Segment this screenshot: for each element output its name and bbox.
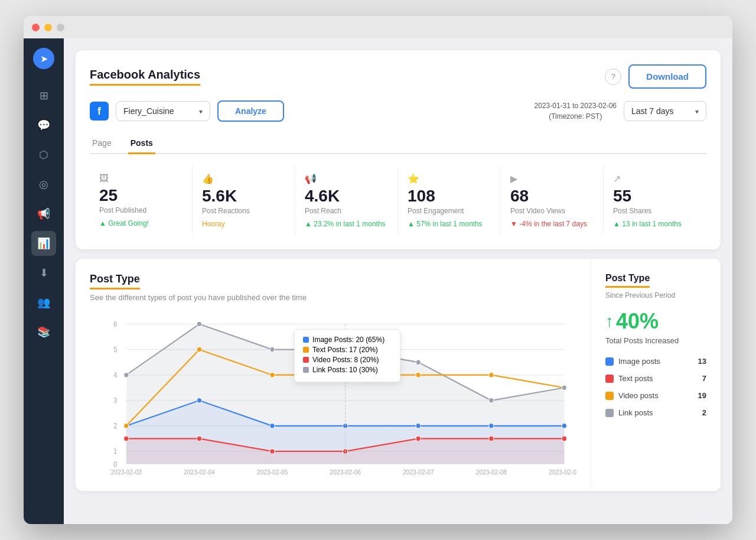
minimize-button[interactable] (44, 24, 52, 31)
network-icon: ⬡ (39, 148, 48, 161)
sidebar-item-library[interactable]: 📚 (31, 320, 56, 344)
sidebar-item-network[interactable]: ⬡ (31, 142, 56, 167)
sidebar-item-megaphone[interactable]: 📢 (31, 201, 56, 226)
tooltip-video-dot (303, 357, 309, 363)
sidebar-logo[interactable]: ➤ (33, 48, 54, 69)
metric-post-reactions: 👍 5.6K Post Reactions Hooray (193, 166, 295, 235)
post-published-label: Post Published (99, 206, 183, 214)
analytics-card: Facebook Analytics ? Download f Fiery_Cu… (76, 50, 721, 249)
metric-post-published: 🖼 25 Post Published ▲ Great Going! (90, 166, 193, 235)
tooltip-video-label: Video Posts: 8 (20%) (312, 356, 379, 364)
fullscreen-button[interactable] (57, 24, 64, 31)
right-panel: Post Type Since Previous Period ↑ 40% To… (591, 259, 721, 491)
tab-page[interactable]: Page (90, 134, 114, 154)
account-name: Fiery_Cuisine (123, 106, 174, 116)
link-posts-count: 2 (702, 408, 706, 417)
svg-point-25 (270, 424, 275, 429)
svg-point-35 (489, 372, 494, 378)
legend-link-posts: Link posts 2 (605, 408, 706, 417)
svg-point-39 (270, 449, 275, 454)
svg-point-43 (562, 436, 566, 441)
svg-point-45 (197, 321, 201, 327)
link-posts-color-dot (605, 409, 614, 417)
logo-icon: ➤ (40, 53, 48, 64)
metric-post-shares: ↗ 55 Post Shares ▲ 13 in last 1 months (604, 166, 706, 235)
target-icon: ◎ (39, 178, 48, 191)
sidebar-item-target[interactable]: ◎ (31, 172, 56, 197)
post-engagement-trend: ▲ 57% in last 1 months (408, 220, 491, 228)
video-posts-count: 19 (698, 391, 706, 400)
tooltip-link-row: Link Posts: 10 (30%) (303, 366, 392, 374)
svg-point-32 (270, 372, 275, 378)
post-published-icon: 🖼 (99, 173, 183, 184)
text-posts-count: 7 (702, 374, 706, 383)
main-content: Facebook Analytics ? Download f Fiery_Cu… (64, 38, 732, 524)
post-video-views-label: Post Video Views (510, 207, 594, 215)
sidebar-item-download[interactable]: ⬇ (31, 261, 56, 285)
chat-icon: 💬 (37, 119, 50, 132)
chart-tooltip: Image Posts: 20 (65%) Text Posts: 17 (20… (294, 329, 400, 382)
post-engagement-label: Post Engagement (408, 207, 491, 215)
analyze-button[interactable]: Analyze (217, 100, 284, 122)
download-sidebar-icon: ⬇ (40, 266, 48, 279)
tooltip-video-row: Video Posts: 8 (20%) (303, 356, 392, 364)
text-posts-label: Text posts (618, 374, 653, 383)
link-posts-label: Link posts (618, 408, 653, 417)
app-window: ➤ ⊞ 💬 ⬡ ◎ 📢 📊 ⬇ 👥 (24, 16, 732, 524)
post-published-trend: ▲ Great Going! (99, 219, 183, 227)
sidebar-item-people[interactable]: 👥 (31, 290, 56, 315)
analytics-header: Facebook Analytics ? Download (90, 64, 706, 89)
svg-text:0: 0 (113, 461, 117, 468)
sidebar-item-dashboard[interactable]: ⊞ (31, 83, 56, 108)
period-selector[interactable]: Last 7 days (624, 101, 706, 121)
library-icon: 📚 (37, 326, 50, 339)
help-button[interactable]: ? (605, 69, 621, 85)
right-panel-title: Post Type (605, 273, 650, 288)
text-posts-color-dot (605, 375, 614, 383)
post-reach-label: Post Reach (305, 207, 388, 215)
legend-text-posts: Text posts 7 (605, 374, 706, 383)
analytics-icon: 📊 (37, 237, 50, 250)
tooltip-text-label: Text Posts: 17 (20%) (312, 346, 378, 354)
period-label: Last 7 days (631, 106, 674, 116)
svg-point-38 (197, 436, 201, 441)
chart-area: Image Posts: 20 (65%) Text Posts: 17 (20… (90, 311, 576, 477)
image-posts-label: Image posts (618, 357, 660, 366)
close-button[interactable] (32, 24, 40, 31)
tooltip-link-label: Link Posts: 10 (30%) (312, 366, 378, 374)
svg-point-30 (124, 424, 129, 429)
header-right: ? Download (605, 64, 706, 89)
svg-text:4: 4 (113, 372, 118, 379)
post-shares-value: 55 (613, 188, 697, 204)
video-posts-color-dot (605, 392, 614, 400)
sidebar-item-chat[interactable]: 💬 (31, 113, 56, 138)
svg-text:2023-02-05: 2023-02-05 (257, 468, 288, 475)
metric-post-engagement: ⭐ 108 Post Engagement ▲ 57% in last 1 mo… (398, 166, 501, 235)
post-engagement-value: 108 (408, 188, 491, 204)
svg-point-31 (197, 347, 201, 352)
legend-video-posts: Video posts 19 (605, 391, 706, 400)
page-title: Facebook Analytics (90, 68, 200, 86)
period-chevron-icon (695, 106, 699, 116)
post-reach-value: 4.6K (305, 188, 388, 204)
titlebar (24, 16, 732, 38)
svg-point-42 (489, 436, 494, 441)
svg-text:2: 2 (113, 422, 117, 430)
sidebar-item-analytics[interactable]: 📊 (31, 231, 56, 256)
metric-post-reach: 📢 4.6K Post Reach ▲ 23.2% in last 1 mont… (295, 166, 398, 235)
metrics-grid: 🖼 25 Post Published ▲ Great Going! 👍 5.6… (90, 166, 706, 235)
account-selector[interactable]: Fiery_Cuisine (116, 101, 210, 121)
legend-image-posts: Image posts 13 (605, 357, 706, 366)
svg-text:2023-02-08: 2023-02-08 (476, 468, 507, 475)
post-video-views-icon: ▶ (510, 173, 594, 184)
svg-point-27 (416, 424, 421, 429)
video-posts-label: Video posts (618, 391, 659, 400)
help-icon: ? (611, 72, 615, 81)
download-button[interactable]: Download (628, 64, 706, 89)
megaphone-icon: 📢 (37, 207, 50, 220)
svg-point-49 (489, 398, 494, 403)
tab-posts[interactable]: Posts (128, 134, 155, 154)
post-video-views-value: 68 (510, 188, 594, 204)
since-period-label: Since Previous Period (605, 291, 706, 300)
post-shares-trend: ▲ 13 in last 1 months (613, 220, 697, 228)
